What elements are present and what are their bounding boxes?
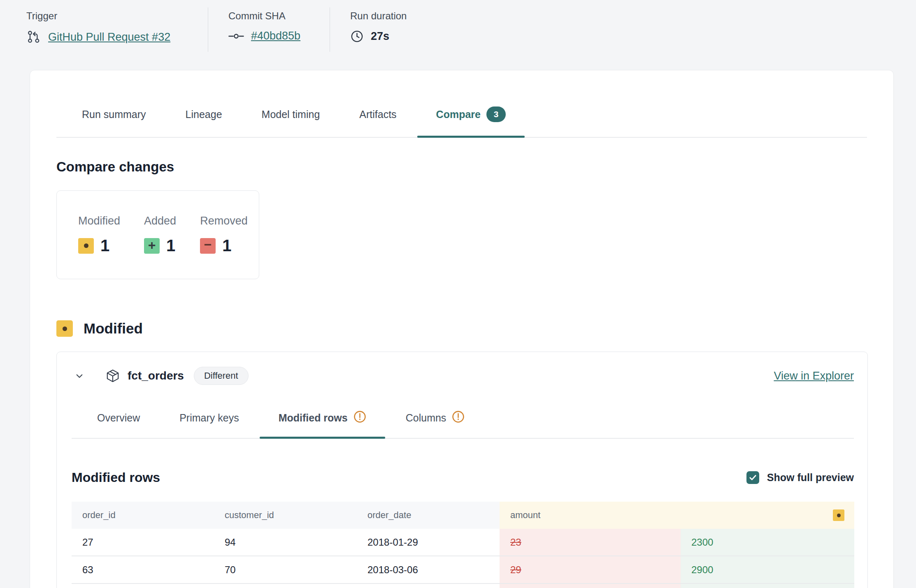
model-name: fct_orders	[128, 369, 184, 382]
header-divider	[208, 7, 208, 52]
model-header: fct_orders Different View in Explorer	[72, 367, 854, 385]
run-duration-value: 27s	[371, 30, 389, 43]
modified-column-icon	[833, 509, 844, 521]
trigger-block: Trigger GitHub Pull Request #32	[26, 11, 208, 56]
trigger-pr-link[interactable]: GitHub Pull Request #32	[48, 31, 170, 44]
cell-order-id: 27	[72, 529, 214, 556]
view-in-explorer-link[interactable]: View in Explorer	[774, 370, 854, 382]
added-icon: +	[144, 238, 160, 254]
modified-rows-title: Modified rows	[72, 470, 160, 485]
tab-label: Lineage	[186, 109, 222, 120]
cell-amount-old: 29	[500, 556, 681, 583]
run-tabs: Run summary Lineage Model timing Artifac…	[56, 106, 867, 138]
column-header-order-date: order_date	[357, 502, 500, 529]
column-header-amount: amount	[500, 502, 854, 529]
table-row	[72, 584, 854, 588]
new-value: 2300	[691, 537, 713, 548]
cell-customer-id	[214, 584, 357, 588]
trigger-label: Trigger	[26, 11, 208, 21]
clock-icon	[350, 30, 364, 43]
tab-compare[interactable]: Compare 3	[417, 106, 525, 137]
stat-added-count: 1	[166, 236, 175, 255]
amount-header-label: amount	[510, 510, 540, 521]
compare-changes-heading: Compare changes	[56, 159, 867, 175]
modified-icon	[78, 238, 94, 254]
stat-added: Added + 1	[144, 215, 176, 255]
run-duration-label: Run duration	[350, 11, 407, 21]
tab-model-timing[interactable]: Model timing	[243, 106, 339, 137]
cell-order-date: 2018-03-06	[357, 556, 500, 583]
stat-removed: Removed − 1	[200, 215, 248, 255]
tab-artifacts[interactable]: Artifacts	[340, 106, 415, 137]
stat-modified-count: 1	[100, 236, 109, 255]
modified-rows-panel-header: Modified rows Show full preview	[72, 470, 854, 485]
cell-amount-old	[500, 584, 681, 588]
model-status-badge: Different	[194, 367, 249, 385]
table-row: 63 70 2018-03-06 29 2900	[72, 556, 854, 584]
model-tabs: Overview Primary keys Modified rows Colu…	[72, 410, 854, 439]
tab-lineage[interactable]: Lineage	[167, 106, 241, 137]
table-row: 27 94 2018-01-29 23 2300	[72, 529, 854, 556]
show-full-preview-toggle[interactable]: Show full preview	[746, 471, 854, 484]
cell-amount-old: 23	[500, 529, 681, 556]
checkbox-checked-icon[interactable]	[746, 471, 759, 484]
modified-icon	[56, 320, 73, 337]
stat-removed-count: 1	[222, 236, 231, 255]
commit-label: Commit SHA	[228, 11, 330, 21]
tab-overview[interactable]: Overview	[78, 410, 159, 438]
compare-summary-card: Modified 1 Added + 1 Removed − 1	[56, 190, 259, 279]
new-value: 2900	[691, 564, 713, 576]
run-detail-card: Run summary Lineage Model timing Artifac…	[30, 70, 894, 588]
tab-label: Artifacts	[359, 109, 396, 120]
compare-count-badge: 3	[486, 106, 506, 122]
cell-order-id: 63	[72, 556, 214, 583]
pull-request-icon	[26, 30, 41, 44]
modified-section-title: Modified	[84, 320, 143, 337]
model-diff-card: fct_orders Different View in Explorer Ov…	[56, 352, 868, 588]
tab-run-summary[interactable]: Run summary	[63, 106, 165, 137]
cell-customer-id: 94	[214, 529, 357, 556]
tab-label: Columns	[406, 412, 446, 424]
tab-label: Compare	[436, 109, 481, 120]
cell-customer-id: 70	[214, 556, 357, 583]
modified-rows-table: order_id customer_id order_date amount 2…	[72, 502, 854, 588]
tab-label: Run summary	[82, 109, 146, 120]
show-full-preview-label: Show full preview	[767, 472, 854, 484]
cell-amount-new: 2300	[681, 529, 854, 556]
cell-amount-new: 2900	[681, 556, 854, 583]
header-divider	[330, 7, 330, 52]
stat-modified: Modified 1	[78, 215, 120, 255]
tab-primary-keys[interactable]: Primary keys	[160, 410, 258, 438]
cell-order-date: 2018-01-29	[357, 529, 500, 556]
commit-block: Commit SHA #40bd85b	[228, 11, 330, 56]
commit-sha-link[interactable]: #40bd85b	[251, 30, 300, 42]
stat-modified-label: Modified	[78, 215, 120, 227]
modified-section-heading: Modified	[56, 320, 867, 337]
old-value: 23	[510, 537, 521, 548]
table-header-row: order_id customer_id order_date amount	[72, 502, 854, 529]
collapse-chevron-icon[interactable]	[72, 368, 87, 384]
model-cube-icon	[105, 368, 120, 383]
old-value: 29	[510, 564, 521, 576]
run-duration-block: Run duration 27s	[350, 11, 407, 56]
warning-icon	[353, 410, 366, 426]
tab-label: Primary keys	[179, 412, 239, 424]
stat-added-label: Added	[144, 215, 176, 227]
commit-icon	[228, 32, 244, 40]
column-header-customer-id: customer_id	[214, 502, 357, 529]
tab-columns[interactable]: Columns	[387, 410, 484, 438]
tab-label: Modified rows	[279, 412, 348, 424]
run-header: Trigger GitHub Pull Request #32 Commit S…	[0, 0, 916, 56]
cell-amount-new	[681, 584, 854, 588]
tab-label: Overview	[97, 412, 140, 424]
tab-modified-rows[interactable]: Modified rows	[260, 410, 385, 438]
cell-order-id	[72, 584, 214, 588]
warning-icon	[452, 410, 465, 426]
removed-icon: −	[200, 238, 216, 254]
stat-removed-label: Removed	[200, 215, 248, 227]
tab-label: Model timing	[262, 109, 320, 120]
cell-order-date	[357, 584, 500, 588]
column-header-order-id: order_id	[72, 502, 214, 529]
